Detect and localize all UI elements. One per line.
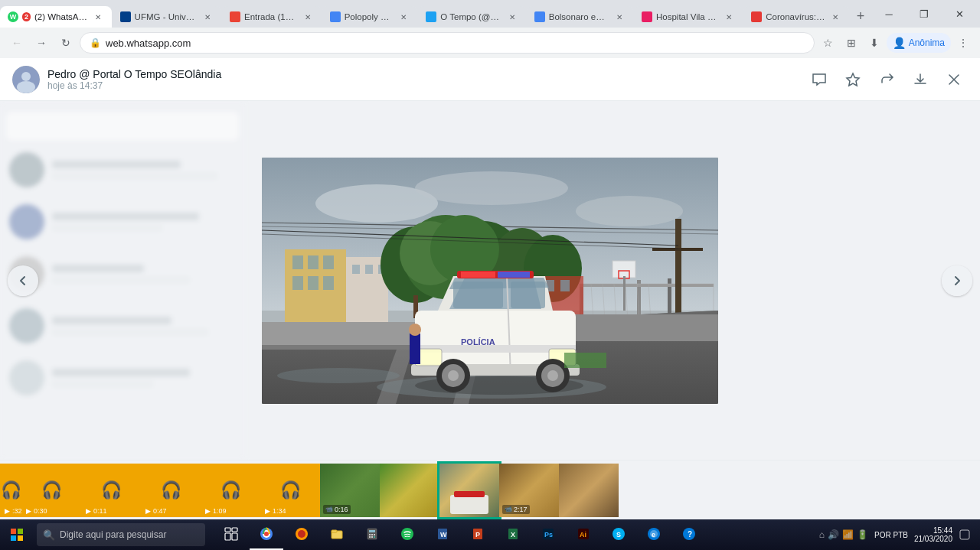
thumbnail-6[interactable]: 📹 0:16 (320, 464, 380, 517)
menu-button[interactable]: ⋮ (952, 32, 974, 54)
skype-taskbar[interactable]: S (602, 519, 635, 550)
tab-hospital[interactable]: Hospital Vila e... ✕ (634, 6, 743, 28)
thumbnail-7[interactable] (380, 464, 439, 517)
comment-button[interactable] (805, 66, 833, 93)
star-button[interactable] (839, 66, 867, 93)
sender-avatar (12, 66, 40, 93)
firefox-taskbar[interactable] (285, 519, 318, 550)
address-input[interactable]: 🔒 web.whatsapp.com (80, 32, 815, 54)
back-button[interactable]: ← (6, 32, 28, 54)
tab-close-twitter[interactable]: ✕ (506, 11, 518, 23)
tab-close-hospital[interactable]: ✕ (723, 11, 735, 23)
restore-button[interactable]: ❐ (906, 3, 942, 24)
taskbar-search[interactable]: 🔍 Digite aqui para pesquisar (37, 523, 205, 546)
tab-close-maps[interactable]: ✕ (397, 11, 410, 23)
spotify-taskbar[interactable] (390, 519, 424, 550)
whatsapp-badge: 2 (22, 12, 31, 21)
download-media-button[interactable] (906, 66, 934, 93)
media-view: POLÍCIA (0, 101, 980, 460)
download-button[interactable]: ⬇ (864, 32, 885, 54)
svg-rect-102 (332, 530, 337, 532)
svg-rect-73 (498, 272, 530, 278)
tab-label-maps: Polopoly CM (345, 12, 394, 21)
svg-rect-12 (292, 255, 303, 269)
svg-rect-88 (11, 529, 16, 534)
main-media-image: POLÍCIA (262, 158, 718, 404)
audio-icon-2: 🎧 (101, 480, 122, 500)
chrome-taskbar[interactable] (250, 519, 283, 550)
svg-rect-104 (369, 530, 375, 532)
new-tab-button[interactable]: + (850, 5, 871, 27)
svg-rect-35 (580, 284, 714, 287)
notification-center[interactable] (956, 519, 974, 550)
forward-button[interactable]: → (31, 32, 52, 54)
tab-whatsapp[interactable]: W 2 (2) WhatsApp ✕ (0, 6, 112, 28)
powerpoint-taskbar[interactable]: P (461, 519, 495, 550)
media-header: Pedro @ Portal O Tempo SEOlândia hoje às… (0, 58, 980, 101)
tray-icon-2: 🔊 (828, 529, 839, 540)
minimize-button[interactable]: ─ (871, 3, 906, 24)
tab-maps[interactable]: Polopoly CM ✕ (322, 6, 418, 28)
prev-media-button[interactable] (8, 265, 38, 296)
svg-rect-110 (374, 536, 375, 538)
svg-text:P: P (475, 531, 480, 539)
share-button[interactable] (873, 66, 900, 93)
tab-google[interactable]: Bolsonaro edi... ✕ (527, 6, 633, 28)
edge-taskbar[interactable]: e (637, 519, 671, 550)
word-taskbar[interactable]: W (426, 519, 459, 550)
thumbnail-10[interactable] (559, 464, 619, 517)
taskview-button[interactable] (214, 519, 248, 550)
audio-icon-3: 🎧 (161, 480, 181, 500)
svg-text:W: W (440, 531, 447, 539)
thumbnail-8[interactable] (439, 464, 499, 517)
svg-rect-17 (323, 276, 334, 290)
photoshop-taskbar[interactable]: Ps (531, 519, 565, 550)
audio-icon-5: 🎧 (280, 480, 301, 500)
chrome-labs-button[interactable]: ⊞ (841, 32, 862, 54)
header-actions (805, 66, 968, 93)
illustrator-taskbar[interactable]: Ai (567, 519, 600, 550)
tray-icon-1: ⌂ (819, 529, 825, 540)
system-tray: ⌂ 🔊 📶 🔋 POR PTB 15:44 21/03/2020 (819, 519, 980, 550)
google-favicon (534, 11, 545, 22)
thumbnail-5[interactable]: 🎧 ▶ 1:34 (260, 464, 320, 517)
close-media-button[interactable] (940, 66, 968, 93)
calculator-taskbar[interactable] (355, 519, 389, 550)
thumbnail-0[interactable]: 🎧 ▶ :32 (0, 464, 21, 517)
browser-window: W 2 (2) WhatsApp ✕ UFMG - Unive... ✕ Ent… (0, 0, 980, 550)
windows-taskbar: 🔍 Digite aqui para pesquisar (0, 519, 980, 550)
profile-button[interactable]: 👤 Anônima (887, 33, 951, 53)
svg-point-59 (277, 368, 400, 383)
tab-twitter[interactable]: O Tempo (@o... ✕ (418, 6, 525, 28)
help-taskbar[interactable]: ? (672, 519, 706, 550)
tab-ufmg[interactable]: UFMG - Unive... ✕ (113, 6, 221, 28)
start-button[interactable] (0, 519, 34, 550)
thumbnail-9[interactable]: 📹 2:17 (499, 464, 559, 517)
clock-display[interactable]: 15:44 21/03/2020 (914, 526, 952, 543)
tab-close-google[interactable]: ✕ (613, 11, 626, 23)
tab-close-gmail[interactable]: ✕ (302, 11, 314, 23)
svg-rect-93 (232, 528, 237, 532)
tab-gmail[interactable]: Entrada (147) ✕ (222, 6, 322, 28)
explorer-taskbar[interactable] (320, 519, 354, 550)
tab-close-coronavirus[interactable]: ✕ (829, 11, 841, 23)
window-close-button[interactable]: ✕ (942, 3, 977, 24)
excel-taskbar[interactable]: X (496, 519, 530, 550)
thumbnail-1[interactable]: 🎧 ▶ 0:30 (21, 464, 81, 517)
next-media-button[interactable] (942, 265, 972, 296)
svg-point-84 (547, 370, 558, 381)
thumbnail-4[interactable]: 🎧 ▶ 1:09 (201, 464, 260, 517)
sender-time: hoje às 14:37 (47, 80, 805, 91)
tab-coronavirus[interactable]: Coronavírus: ... ✕ (743, 6, 849, 28)
thumbnail-3[interactable]: 🎧 ▶ 0:47 (141, 464, 201, 517)
tab-close-whatsapp[interactable]: ✕ (92, 11, 104, 23)
tray-icon-4: 🔋 (857, 529, 868, 540)
reload-button[interactable]: ↻ (55, 32, 77, 54)
thumbnail-2[interactable]: 🎧 ▶ 0:11 (81, 464, 141, 517)
twitter-favicon (426, 11, 436, 22)
tab-close-ufmg[interactable]: ✕ (201, 11, 214, 23)
bookmark-page-button[interactable]: ☆ (818, 32, 839, 54)
svg-rect-16 (308, 276, 318, 290)
svg-point-86 (409, 324, 421, 336)
svg-rect-14 (323, 255, 334, 269)
